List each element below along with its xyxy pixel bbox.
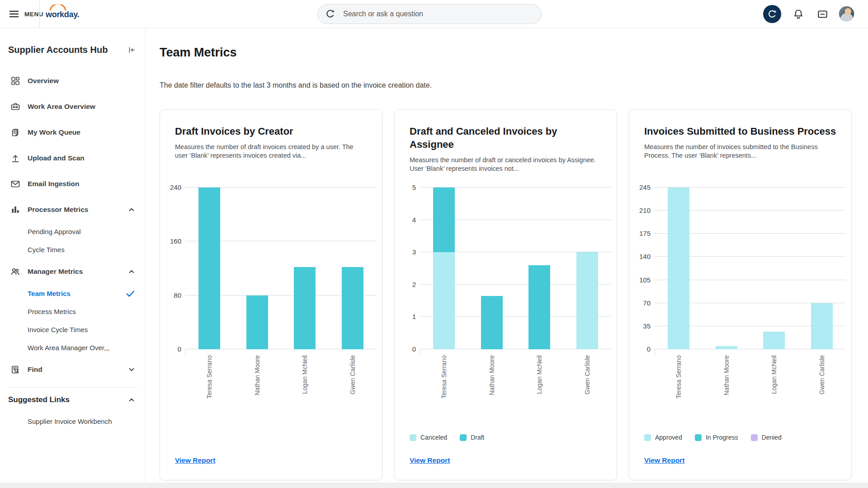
bar-logan-mcneil[interactable] [763,332,785,349]
bar-nathan-moore[interactable] [716,346,737,349]
legend-item-canceled[interactable]: Canceled [410,434,447,441]
document-check-icon [10,127,20,137]
legend-item-approved[interactable]: Approved [644,434,682,441]
bar-logan-mcneil[interactable] [294,267,316,349]
sidebar-item-label: Invoice Cycle Times [28,326,88,333]
sidebar-item-pending-approval[interactable]: Pending Approval [0,222,145,240]
suggested-links-header[interactable]: Suggested Links [0,388,145,408]
sidebar-item-upload-and-scan[interactable]: Upload and Scan [0,145,145,171]
bar-teresa-serrano[interactable] [668,188,689,349]
bar-slot [185,188,233,349]
y-axis-label: 2 [412,281,416,289]
y-axis-label: 160 [170,237,181,245]
bars-layer [420,188,611,349]
sidebar-item-process-metrics[interactable]: Process Metrics [0,302,145,320]
bar-teresa-serrano[interactable] [198,188,220,349]
y-axis-label: 3 [412,248,416,256]
menu-button[interactable]: MENU [9,0,43,28]
x-axis-slot: Gwen Carlisle [798,355,846,413]
view-report-link[interactable]: View Report [410,456,450,465]
search-input[interactable] [342,9,534,19]
bar-gwen-carlisle[interactable] [811,303,833,349]
suggested-links-title: Suggested Links [8,395,128,404]
legend-label: In Progress [706,434,738,441]
bar-segment-approved [763,332,785,349]
bar-gwen-carlisle[interactable] [576,252,598,349]
bars-layer [185,188,377,349]
suggested-link-label: Supplier Invoice Workbench [28,418,112,425]
sidebar-item-label: Processor Metrics [28,206,88,214]
legend-item-draft[interactable]: Draft [460,434,484,441]
sidebar-item-manager-metrics[interactable]: Manager Metrics [0,258,145,284]
sidebar-item-label: Process Metrics [28,308,76,315]
document-search-icon [10,365,20,375]
x-axis-label: Gwen Carlisle [818,355,826,413]
card-title: Draft Invoices by Creator [175,125,367,138]
bar-segment-draft-invoices [246,296,268,349]
bar-segment-draft-invoices [342,267,363,349]
notifications-button[interactable] [793,0,804,28]
bar-slot [798,188,846,349]
bar-teresa-serrano[interactable] [433,188,455,349]
y-axis-label: 245 [639,183,651,192]
briefcase-icon [10,102,20,112]
y-axis-label: 105 [639,276,651,284]
sidebar-item-my-work-queue[interactable]: My Work Queue [0,119,145,145]
x-axis-slot: Nathan Moore [468,355,516,413]
x-axis: Teresa SerranoNathan MooreLogan McNeilGw… [165,355,377,413]
metric-card-draft-invoices-by-creator: Draft Invoices by CreatorMeasures the nu… [160,109,382,480]
x-axis-label: Nathan Moore [723,355,730,413]
chart-legend: CanceledDraft [410,434,602,441]
check-icon [126,289,135,298]
divider [39,0,40,28]
search-bar[interactable] [317,4,542,24]
card-title: Draft and Canceled Invoices by Assignee [410,125,602,151]
sidebar-item-team-metrics[interactable]: Team Metrics [0,284,145,302]
sidebar-item-invoice-cycle-times[interactable]: Invoice Cycle Times [0,320,145,338]
sidebar-item-processor-metrics[interactable]: Processor Metrics [0,197,145,222]
sidebar-item-overview[interactable]: Overview [0,68,145,94]
sidebar-item-label: Team Metrics [28,290,71,297]
bar-segment-approved [716,346,737,349]
y-axis-label: 1 [412,313,416,321]
y-axis-label: 4 [412,216,416,224]
bar-segment-approved [811,303,833,349]
sidebar-item-work-area-overview[interactable]: Work Area Overview [0,94,145,119]
sidebar-item-find[interactable]: Find [0,357,145,382]
sidebar-item-work-area-manager-over[interactable]: Work Area Manager Over,,, [0,338,145,357]
suggested-link-supplier-invoice-workbench[interactable]: Supplier Invoice Workbench [0,412,145,430]
y-axis-label: 210 [639,206,651,215]
bar-slot [703,188,750,349]
bar-nathan-moore[interactable] [481,296,503,349]
sidebar-item-cycle-times[interactable]: Cycle Times [0,240,145,258]
view-report-link[interactable]: View Report [175,456,215,465]
view-report-link[interactable]: View Report [644,456,684,465]
legend-swatch [644,434,651,441]
envelope-icon [10,179,20,189]
sidebar-title: Supplier Accounts Hub [8,45,127,55]
bar-nathan-moore[interactable] [246,296,268,349]
bar-slot [281,188,329,349]
y-axis: 080160240 [165,188,185,349]
suggested-links-section: Suggested LinksSupplier Invoice Workbenc… [0,388,145,430]
assistant-button[interactable] [763,5,781,23]
main-content: Team Metrics The date filter defaults to… [146,28,868,480]
legend-item-in-progress[interactable]: In Progress [695,434,738,441]
workday-logo[interactable]: workday. [46,5,79,19]
bar-logan-mcneil[interactable] [528,265,550,349]
x-axis-slot: Teresa Serrano [420,355,468,413]
bar-slot [563,188,611,349]
y-axis-label: 5 [412,183,416,192]
profile-avatar[interactable] [839,6,854,22]
chart: 080160240Teresa SerranoNathan MooreLogan… [165,188,377,413]
inbox-button[interactable] [816,0,829,28]
x-axis: Teresa SerranoNathan MooreLogan McNeilGw… [634,355,846,413]
sidebar-item-email-ingestion[interactable]: Email Ingestion [0,171,145,197]
sidebar-item-label: My Work Queue [28,128,80,136]
legend-item-denied[interactable]: Denied [751,434,782,441]
menu-label: MENU [24,11,43,18]
metric-card-invoices-submitted-to-business-process: Invoices Submitted to Business ProcessMe… [629,109,852,480]
bar-gwen-carlisle[interactable] [342,267,363,349]
bar-segment-canceled [433,252,455,349]
collapse-sidebar-button[interactable] [127,46,136,54]
